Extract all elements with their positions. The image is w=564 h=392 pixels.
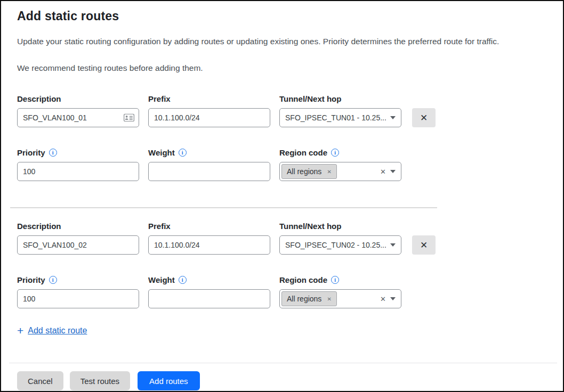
region-tag-label: All regions (287, 167, 321, 176)
tunnel-next-hop-label: Tunnel/Next hop (279, 94, 341, 103)
prefix-label: Prefix (148, 222, 171, 231)
prefix-label: Prefix (148, 94, 171, 103)
route-divider (10, 207, 437, 208)
priority-input-1[interactable] (17, 162, 139, 181)
region-code-field-1: Region code i All regions ✕ ✕ (279, 148, 401, 181)
description-label: Description (17, 222, 61, 231)
add-static-route-link[interactable]: Add static route (28, 326, 87, 336)
prefix-field-2: Prefix (148, 222, 270, 255)
weight-input-2[interactable] (148, 289, 270, 308)
weight-label: Weight (148, 148, 175, 157)
priority-field-2: Priority i (17, 275, 139, 308)
close-icon: ✕ (420, 112, 428, 124)
add-static-routes-dialog: Add static routes Update your static rou… (0, 0, 564, 392)
description-input-1[interactable] (17, 108, 139, 127)
close-icon: ✕ (420, 240, 428, 251)
chevron-down-icon (390, 243, 396, 247)
plus-icon: + (17, 325, 23, 336)
contact-card-icon[interactable] (124, 114, 134, 122)
page-title: Add static routes (17, 9, 547, 23)
clear-selection-icon[interactable]: ✕ (380, 295, 386, 303)
prefix-field-1: Prefix (148, 94, 270, 127)
route-entry-1: Description (17, 94, 547, 181)
priority-input-2[interactable] (17, 289, 139, 308)
region-tag-label: All regions (287, 295, 321, 303)
region-code-select-1[interactable]: All regions ✕ ✕ (279, 162, 401, 181)
info-icon[interactable]: i (331, 276, 339, 284)
tunnel-next-hop-label: Tunnel/Next hop (279, 222, 341, 231)
add-routes-button[interactable]: Add routes (138, 371, 200, 390)
region-code-label: Region code (279, 275, 327, 284)
weight-field-1: Weight i (148, 148, 270, 181)
tag-remove-icon[interactable]: ✕ (327, 296, 331, 302)
description-field-2: Description (17, 222, 139, 255)
prefix-input-1[interactable] (148, 108, 270, 127)
tunnel-next-hop-value: SFO_IPSEC_TUN02 - 10.25... (285, 241, 386, 249)
info-icon[interactable]: i (179, 149, 187, 157)
footer-divider (9, 363, 557, 363)
priority-field-1: Priority i (17, 148, 139, 181)
route-entry-2: Description Prefix Tunnel/Next hop SFO_I (17, 222, 547, 308)
tag-remove-icon[interactable]: ✕ (327, 169, 331, 175)
chevron-down-icon (390, 116, 396, 119)
intro-text-line2: We recommend testing routes before addin… (17, 63, 547, 74)
region-code-select-2[interactable]: All regions ✕ ✕ (279, 289, 401, 308)
tunnel-next-hop-select-1[interactable]: SFO_IPSEC_TUN01 - 10.25... (279, 108, 401, 127)
remove-route-button-2[interactable]: ✕ (412, 235, 436, 255)
info-icon[interactable]: i (49, 149, 57, 157)
region-tag: All regions ✕ (281, 164, 337, 179)
tunnel-next-hop-field-2: Tunnel/Next hop SFO_IPSEC_TUN02 - 10.25.… (279, 222, 401, 255)
info-icon[interactable]: i (331, 149, 339, 157)
priority-label: Priority (17, 275, 45, 284)
chevron-down-icon (390, 170, 396, 173)
chevron-down-icon (390, 297, 396, 300)
region-code-field-2: Region code i All regions ✕ ✕ (279, 275, 401, 308)
intro-text-line1: Update your static routing configuration… (17, 36, 547, 47)
footer-actions: Cancel Test routes Add routes (17, 371, 547, 390)
description-label: Description (17, 94, 61, 103)
priority-label: Priority (17, 148, 45, 157)
cancel-button[interactable]: Cancel (17, 371, 63, 390)
test-routes-button[interactable]: Test routes (70, 371, 130, 390)
add-static-route-row: + Add static route (17, 325, 547, 336)
region-code-label: Region code (279, 148, 327, 157)
region-tag: All regions ✕ (281, 291, 337, 306)
remove-route-button-1[interactable]: ✕ (412, 108, 436, 127)
description-field-1: Description (17, 94, 139, 127)
tunnel-next-hop-field-1: Tunnel/Next hop SFO_IPSEC_TUN01 - 10.25.… (279, 94, 401, 127)
tunnel-next-hop-select-2[interactable]: SFO_IPSEC_TUN02 - 10.25... (279, 235, 401, 255)
prefix-input-2[interactable] (148, 235, 270, 255)
weight-label: Weight (148, 275, 175, 284)
weight-input-1[interactable] (148, 162, 270, 181)
info-icon[interactable]: i (179, 276, 187, 284)
clear-selection-icon[interactable]: ✕ (380, 168, 386, 176)
tunnel-next-hop-value: SFO_IPSEC_TUN01 - 10.25... (285, 113, 386, 122)
description-input-2[interactable] (17, 235, 139, 255)
info-icon[interactable]: i (49, 276, 57, 284)
weight-field-2: Weight i (148, 275, 270, 308)
